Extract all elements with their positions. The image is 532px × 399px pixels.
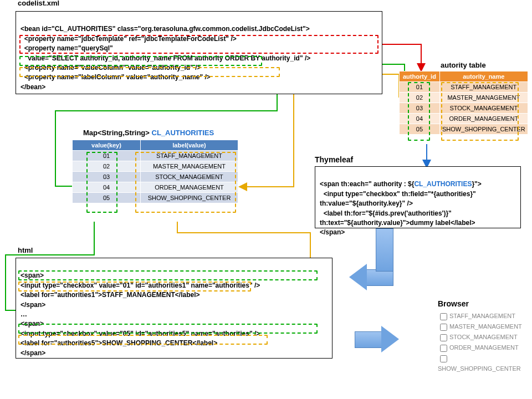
browser-item[interactable]: MASTER_MANAGEMENT — [438, 322, 532, 332]
thymeleaf-title: Thymeleaf — [315, 155, 353, 164]
codelist-box: <bean id="CL_AUTHORITIES" class="org.ter… — [16, 11, 382, 94]
checkbox-icon[interactable] — [440, 334, 447, 341]
codelist-title: codelist.xml — [16, 0, 62, 7]
html-box: <span> <input type="checkbox" value="01"… — [16, 258, 332, 359]
query-sql-highlight — [19, 35, 378, 54]
thymeleaf-code: <span th:each=" authority : ${CL_AUTHORI… — [315, 167, 520, 250]
map-caption: Map<String,String> CL_AUTHORITIES — [83, 129, 214, 137]
value-column-highlight — [19, 56, 262, 66]
browser-item[interactable]: STAFF_MANAGEMENT — [438, 311, 532, 322]
label-column-highlight — [19, 67, 280, 77]
html-title: html — [16, 246, 35, 254]
arrow-html-to-browser — [355, 326, 399, 352]
html-input5-highlight — [18, 324, 318, 334]
checkbox-icon[interactable] — [440, 345, 447, 352]
browser-item[interactable]: ORDER_MANAGEMENT — [438, 343, 532, 354]
checkbox-icon[interactable] — [440, 313, 447, 320]
map-header-value: label(value) — [141, 140, 238, 151]
browser-title: Browser — [438, 299, 469, 308]
browser-item[interactable]: STOCK_MANAGEMENT — [438, 332, 532, 343]
arrow-tail — [376, 228, 393, 272]
map-value-col-highlight — [135, 152, 236, 213]
authority-table-header-id: authorty_id — [400, 71, 440, 82]
checkbox-icon[interactable] — [440, 355, 447, 362]
authority-table-header-name: autority_name — [439, 71, 528, 82]
html-input1-highlight — [18, 270, 318, 280]
thymeleaf-box: <span th:each=" authority : ${CL_AUTHORI… — [315, 166, 521, 228]
browser-list: STAFF_MANAGEMENT MASTER_MANAGEMENT STOCK… — [438, 311, 532, 374]
checkbox-icon[interactable] — [440, 324, 447, 331]
map-key-col-highlight — [86, 152, 117, 213]
html-label1-highlight — [18, 282, 251, 291]
html-label5-highlight — [18, 335, 268, 345]
authority-id-col-highlight — [408, 82, 430, 141]
authority-table-title: autority table — [441, 61, 486, 69]
browser-item[interactable]: SHOW_SHOPPING_CENTER — [438, 354, 532, 374]
authority-name-col-highlight — [441, 82, 519, 141]
map-header-key: value(key) — [73, 140, 141, 151]
